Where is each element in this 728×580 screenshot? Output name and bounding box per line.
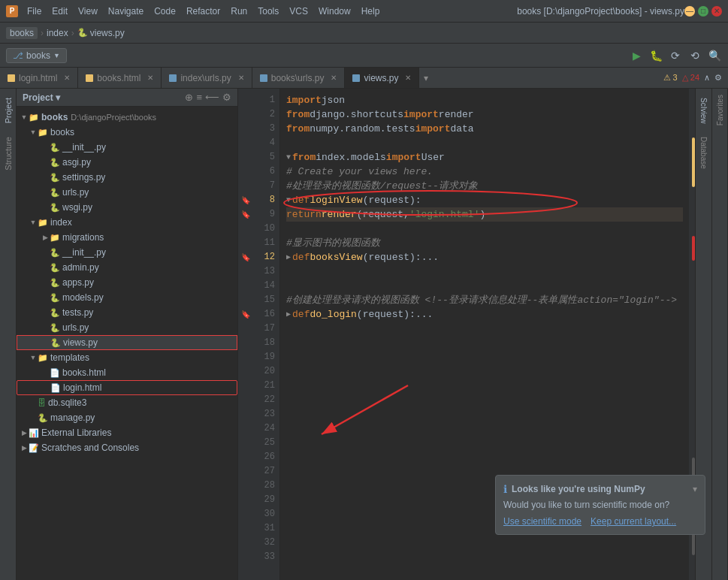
tab-close-index-urls[interactable]: ✕ xyxy=(238,74,244,82)
tree-wsgi-py[interactable]: 🐍 wsgi.py xyxy=(17,200,237,215)
menu-edit[interactable]: Edit xyxy=(47,5,72,18)
code-line-24 xyxy=(286,421,683,436)
list-icon[interactable]: ≡ xyxy=(196,92,202,103)
gear-icon[interactable]: ⚙ xyxy=(222,92,231,103)
code-line-15: #创建处理登录请求的视图函数 <!--登录请求信息处理--表单属性action=… xyxy=(286,293,683,307)
breadcrumb-index[interactable]: index xyxy=(47,28,68,38)
minimize-button[interactable]: — xyxy=(684,6,695,17)
tree-external-libraries[interactable]: ▶ 📊 External Libraries xyxy=(17,425,237,440)
tree-books-folder[interactable]: ▼ 📁 books xyxy=(17,125,237,140)
tree-urls-py-books[interactable]: 🐍 urls.py xyxy=(17,185,237,200)
menu-view[interactable]: View xyxy=(74,5,102,18)
tab-views-py[interactable]: views.py ✕ xyxy=(345,68,419,88)
code-line-3: from numpy.random.tests import data xyxy=(286,122,683,136)
tree-urls-py-index[interactable]: 🐍 urls.py xyxy=(17,320,237,335)
tree-init-py-index[interactable]: 🐍 __init__.py xyxy=(17,245,237,260)
tree-tests-py[interactable]: 🐍 tests.py xyxy=(17,305,237,320)
tree-login-html[interactable]: 📄 login.html xyxy=(17,380,237,395)
tree-migrations[interactable]: ▶ 📁 migrations xyxy=(17,230,237,245)
tree-models-py[interactable]: 🐍 models.py xyxy=(17,290,237,305)
menu-run[interactable]: Run xyxy=(226,5,252,18)
tree-apps-py[interactable]: 🐍 apps.py xyxy=(17,275,237,290)
gutter-13 xyxy=(238,264,253,279)
popup-link-keep[interactable]: Keep current layout... xyxy=(591,516,676,527)
search-icon[interactable]: 🔍 xyxy=(707,48,722,63)
tree-init-py-books[interactable]: 🐍 __init__.py xyxy=(17,140,237,155)
favorites-label[interactable]: Favorites xyxy=(714,92,726,128)
file-label: books.html xyxy=(62,367,106,378)
add-icon[interactable]: ⊕ xyxy=(185,92,193,103)
tab-login-html[interactable]: login.html ✕ xyxy=(0,68,78,88)
popup-link-scientific[interactable]: Use scientific mode xyxy=(503,516,581,527)
file-label: settings.py xyxy=(62,172,105,183)
tab-close-books[interactable]: ✕ xyxy=(147,74,153,82)
tree-views-py[interactable]: 🐍 views.py xyxy=(17,335,237,350)
close-button[interactable]: ✕ xyxy=(711,6,722,17)
root-label: books xyxy=(41,112,68,122)
tree-manage-py[interactable]: 🐍 manage.py xyxy=(17,410,237,425)
py-icon: 🐍 xyxy=(50,203,60,213)
window-controls: — □ ✕ xyxy=(684,6,722,17)
code-line-25 xyxy=(286,436,683,450)
tab-index-urls[interactable]: index\urls.py ✕ xyxy=(162,68,252,88)
tree-asgi-py[interactable]: 🐍 asgi.py xyxy=(17,155,237,170)
menu-refactor[interactable]: Refactor xyxy=(182,5,225,18)
tab-books-urls[interactable]: books\urls.py ✕ xyxy=(252,68,346,88)
tab-overflow-button[interactable]: ▾ xyxy=(419,68,433,88)
tab-close-login[interactable]: ✕ xyxy=(64,74,70,82)
tree-scratches[interactable]: ▶ 📝 Scratches and Consoles xyxy=(17,440,237,455)
menu-file[interactable]: File xyxy=(23,5,46,18)
tree-settings-py[interactable]: 🐍 settings.py xyxy=(17,170,237,185)
breadcrumb-views[interactable]: 🐍 views.py xyxy=(77,28,125,38)
tree-db-sqlite[interactable]: 🗄 db.sqlite3 xyxy=(17,395,237,410)
sidebar-tab-database[interactable]: Database xyxy=(697,131,710,175)
left-sidebar-tabs: Project Structure xyxy=(0,89,17,580)
menu-vcs[interactable]: VCS xyxy=(285,5,313,18)
coverage-button[interactable]: ⟲ xyxy=(687,48,702,63)
expand-icon[interactable]: ∧ xyxy=(704,73,710,83)
maximize-button[interactable]: □ xyxy=(698,6,708,17)
gutter-8: 🔖 xyxy=(238,193,253,207)
ln-30: 30 xyxy=(253,507,279,521)
gutter-10 xyxy=(238,222,253,236)
toolbar: ⎇ books ▼ ▶ 🐛 ⟳ ⟲ 🔍 xyxy=(0,44,728,68)
tree-books-html[interactable]: 📄 books.html xyxy=(17,365,237,380)
tab-close-books-urls[interactable]: ✕ xyxy=(331,74,337,82)
menu-help[interactable]: Help xyxy=(357,5,385,18)
tab-close-views[interactable]: ✕ xyxy=(405,74,411,82)
py-icon: 🐍 xyxy=(50,323,60,333)
tree-index-folder[interactable]: ▼ 📁 index xyxy=(17,215,237,230)
folder-icon: 📁 xyxy=(38,218,48,228)
tab-label: index\urls.py xyxy=(180,73,231,83)
profile-button[interactable]: ⟳ xyxy=(668,48,683,63)
tab-books-html[interactable]: books.html ✕ xyxy=(78,68,162,88)
menu-code[interactable]: Code xyxy=(150,5,180,18)
file-label: login.html xyxy=(63,382,101,393)
breadcrumb-books[interactable]: books xyxy=(6,27,38,39)
sidebar-tab-sciview[interactable]: ScIview xyxy=(697,92,710,129)
run-button[interactable]: ▶ xyxy=(629,48,644,63)
menu-navigate[interactable]: Navigate xyxy=(104,5,148,18)
py-file-icon xyxy=(260,74,267,82)
db-icon: 🗄 xyxy=(38,398,46,407)
debug-button[interactable]: 🐛 xyxy=(648,48,663,63)
line-numbers: 1 2 3 4 5 6 7 8 9 10 11 12 13 14 15 16 1… xyxy=(253,89,280,580)
sidebar-tab-project[interactable]: Project xyxy=(2,92,15,129)
file-label: views.py xyxy=(63,337,98,348)
tree-root[interactable]: ▼ 📁 books D:\djangoProject\books xyxy=(17,110,237,125)
sidebar-tab-structure[interactable]: Structure xyxy=(2,131,15,177)
git-branch-button[interactable]: ⎇ books ▼ xyxy=(6,48,67,63)
popup-close-icon[interactable]: ▾ xyxy=(693,484,697,494)
collapse-icon[interactable]: ⟵ xyxy=(205,92,219,103)
tree-admin-py[interactable]: 🐍 admin.py xyxy=(17,260,237,275)
tree-templates-folder[interactable]: ▼ 📁 templates xyxy=(17,350,237,365)
code-line-21 xyxy=(286,379,683,393)
settings-icon[interactable]: ⚙ xyxy=(714,73,722,83)
menu-window[interactable]: Window xyxy=(314,5,355,18)
views-icon: 🐍 xyxy=(77,28,88,38)
templates-folder-label: templates xyxy=(50,352,89,363)
menu-tools[interactable]: Tools xyxy=(253,5,283,18)
ln-9: 9 xyxy=(253,207,279,222)
code-line-7: #处理登录的视图函数/request--请求对象 xyxy=(286,179,683,193)
popup-body: Would you like to turn scientific mode o… xyxy=(503,500,697,510)
